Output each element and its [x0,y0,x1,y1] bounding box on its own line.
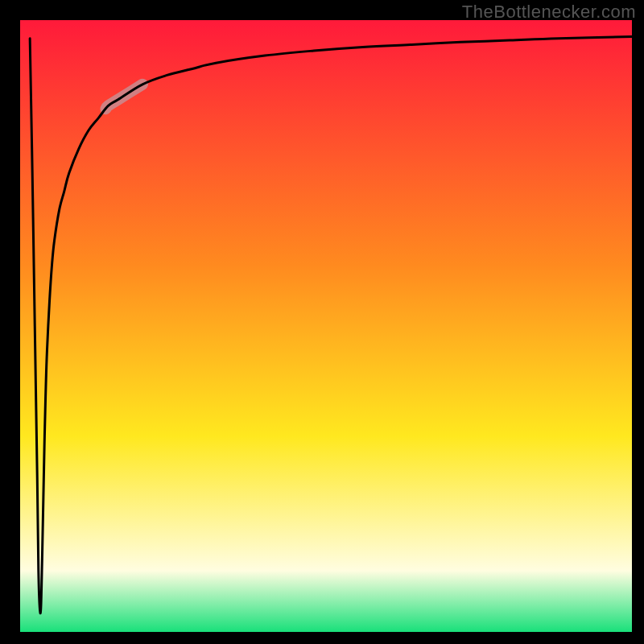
plot-area [20,20,632,632]
gradient-background [20,20,632,632]
bottleneck-curve-chart [20,20,632,632]
chart-frame: TheBottlenecker.com [0,0,644,644]
